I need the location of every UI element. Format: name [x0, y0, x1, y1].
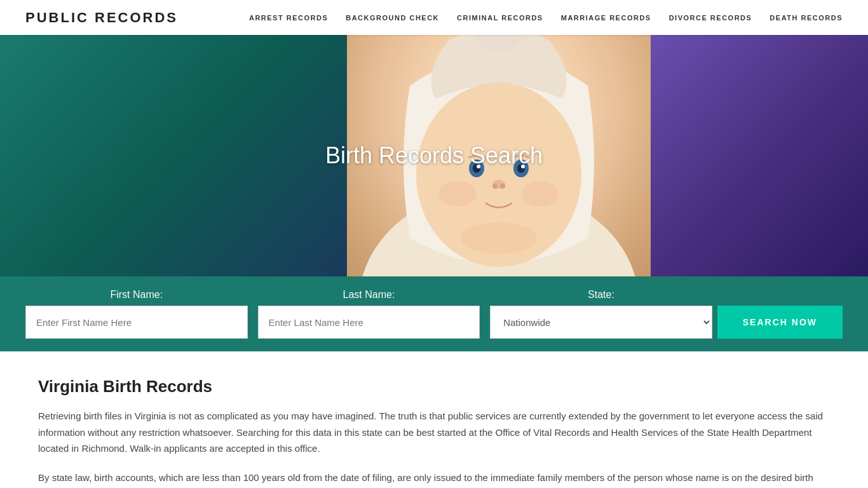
- search-bar: First Name: Last Name: State: Nationwide…: [0, 276, 868, 351]
- site-logo: PUBLIC RECORDS: [25, 10, 178, 26]
- lastname-label: Last Name:: [258, 289, 480, 301]
- content-paragraph-2: By state law, birth accounts, which are …: [38, 470, 830, 489]
- lastname-input[interactable]: [258, 306, 480, 339]
- firstname-input[interactable]: [25, 306, 248, 339]
- svg-point-11: [492, 184, 498, 189]
- state-field: State: Nationwide Alabama Alaska Arizona…: [490, 289, 712, 339]
- svg-point-12: [500, 184, 505, 189]
- svg-point-13: [461, 222, 537, 254]
- search-button[interactable]: SEARCH NOW: [717, 306, 843, 339]
- nav-arrest-records[interactable]: ARREST RECORDS: [249, 14, 328, 22]
- main-nav: ARREST RECORDS BACKGROUND CHECK CRIMINAL…: [249, 14, 843, 22]
- nav-background-check[interactable]: BACKGROUND CHECK: [346, 14, 439, 22]
- lastname-field: Last Name:: [258, 289, 480, 339]
- site-header: PUBLIC RECORDS ARREST RECORDS BACKGROUND…: [0, 0, 868, 35]
- content-paragraph-1: Retrieving birth files in Virginia is no…: [38, 408, 830, 457]
- state-select[interactable]: Nationwide Alabama Alaska Arizona Arkans…: [490, 306, 712, 339]
- state-label: State:: [490, 289, 712, 301]
- hero-bg-left: [0, 35, 347, 276]
- svg-point-2: [438, 181, 477, 207]
- nav-death-records[interactable]: DEATH RECORDS: [770, 14, 843, 22]
- hero-title: Birth Records Search: [325, 142, 543, 169]
- nav-divorce-records[interactable]: DIVORCE RECORDS: [669, 14, 752, 22]
- hero-bg-right: [651, 35, 868, 276]
- content-section: Virginia Birth Records Retrieving birth …: [0, 351, 868, 488]
- firstname-label: First Name:: [25, 289, 248, 301]
- svg-point-3: [521, 181, 559, 207]
- firstname-field: First Name:: [25, 289, 248, 339]
- nav-criminal-records[interactable]: CRIMINAL RECORDS: [457, 14, 543, 22]
- nav-marriage-records[interactable]: MARRIAGE RECORDS: [561, 14, 651, 22]
- search-fields: First Name: Last Name: State: Nationwide…: [25, 289, 717, 339]
- hero-section: Birth Records Search: [0, 35, 868, 276]
- content-title: Virginia Birth Records: [38, 377, 830, 396]
